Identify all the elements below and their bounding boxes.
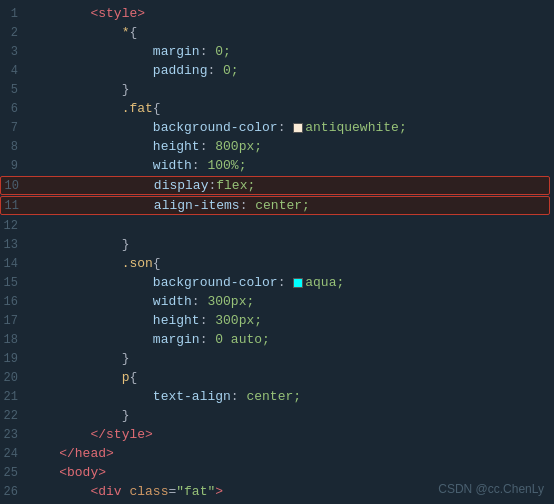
code-line: 5 } xyxy=(0,80,554,99)
code-line: 6 .fat{ xyxy=(0,99,554,118)
code-line: 7 background-color: antiquewhite; xyxy=(0,118,554,137)
line-number: 8 xyxy=(0,140,28,154)
line-content: padding: 0; xyxy=(28,63,546,78)
color-swatch-icon xyxy=(293,123,303,133)
code-line: 20 p{ xyxy=(0,368,554,387)
line-content: <style> xyxy=(28,6,546,21)
line-number: 26 xyxy=(0,485,28,499)
line-number: 4 xyxy=(0,64,28,78)
line-content: </head> xyxy=(28,446,546,461)
line-content: } xyxy=(28,408,546,423)
code-line: 24 </head> xyxy=(0,444,554,463)
line-content: width: 100%; xyxy=(28,158,546,173)
code-line: 4 padding: 0; xyxy=(0,61,554,80)
code-line: 12 xyxy=(0,216,554,235)
line-number: 21 xyxy=(0,390,28,404)
code-line: 19 } xyxy=(0,349,554,368)
code-line: 17 height: 300px; xyxy=(0,311,554,330)
line-number: 9 xyxy=(0,159,28,173)
code-line: 16 width: 300px; xyxy=(0,292,554,311)
line-content: </style> xyxy=(28,427,546,442)
line-content: } xyxy=(28,237,546,252)
code-line: 14 .son{ xyxy=(0,254,554,273)
line-number: 11 xyxy=(1,199,29,213)
line-number: 25 xyxy=(0,466,28,480)
code-line: 18 margin: 0 auto; xyxy=(0,330,554,349)
line-number: 13 xyxy=(0,238,28,252)
line-content: background-color: antiquewhite; xyxy=(28,120,546,135)
code-line: 25 <body> xyxy=(0,463,554,482)
line-content: *{ xyxy=(28,25,546,40)
line-number: 24 xyxy=(0,447,28,461)
line-content: margin: 0; xyxy=(28,44,546,59)
line-number: 19 xyxy=(0,352,28,366)
line-number: 14 xyxy=(0,257,28,271)
line-content: <body> xyxy=(28,465,546,480)
line-content: text-align: center; xyxy=(28,389,546,404)
line-content: width: 300px; xyxy=(28,294,546,309)
code-line: 21 text-align: center; xyxy=(0,387,554,406)
line-number: 15 xyxy=(0,276,28,290)
line-content: background-color: aqua; xyxy=(28,275,546,290)
line-content: p{ xyxy=(28,370,546,385)
line-number: 3 xyxy=(0,45,28,59)
code-line: 8 height: 800px; xyxy=(0,137,554,156)
line-number: 5 xyxy=(0,83,28,97)
line-number: 6 xyxy=(0,102,28,116)
line-content: height: 300px; xyxy=(28,313,546,328)
code-line: 3 margin: 0; xyxy=(0,42,554,61)
watermark: CSDN @cc.ChenLy xyxy=(438,482,544,496)
code-line: 10 display:flex; xyxy=(0,176,550,195)
code-line: 2 *{ xyxy=(0,23,554,42)
code-line: 23 </style> xyxy=(0,425,554,444)
line-number: 18 xyxy=(0,333,28,347)
code-line: 22 } xyxy=(0,406,554,425)
line-number: 22 xyxy=(0,409,28,423)
code-line: 15 background-color: aqua; xyxy=(0,273,554,292)
line-number: 20 xyxy=(0,371,28,385)
line-number: 2 xyxy=(0,26,28,40)
line-number: 10 xyxy=(1,179,29,193)
code-editor: 1 <style>2 *{3 margin: 0;4 padding: 0;5 … xyxy=(0,0,554,504)
line-content: .fat{ xyxy=(28,101,546,116)
code-line: 11 align-items: center; xyxy=(0,196,550,215)
line-number: 23 xyxy=(0,428,28,442)
line-content: align-items: center; xyxy=(29,198,541,213)
line-number: 1 xyxy=(0,7,28,21)
line-content: } xyxy=(28,351,546,366)
line-number: 17 xyxy=(0,314,28,328)
line-number: 7 xyxy=(0,121,28,135)
line-content: height: 800px; xyxy=(28,139,546,154)
line-content: margin: 0 auto; xyxy=(28,332,546,347)
code-line: 9 width: 100%; xyxy=(0,156,554,175)
line-number: 16 xyxy=(0,295,28,309)
code-line: 1 <style> xyxy=(0,4,554,23)
code-line: 13 } xyxy=(0,235,554,254)
line-content: .son{ xyxy=(28,256,546,271)
line-content: } xyxy=(28,82,546,97)
line-number: 12 xyxy=(0,219,28,233)
line-content: display:flex; xyxy=(29,178,541,193)
color-swatch-icon xyxy=(293,278,303,288)
